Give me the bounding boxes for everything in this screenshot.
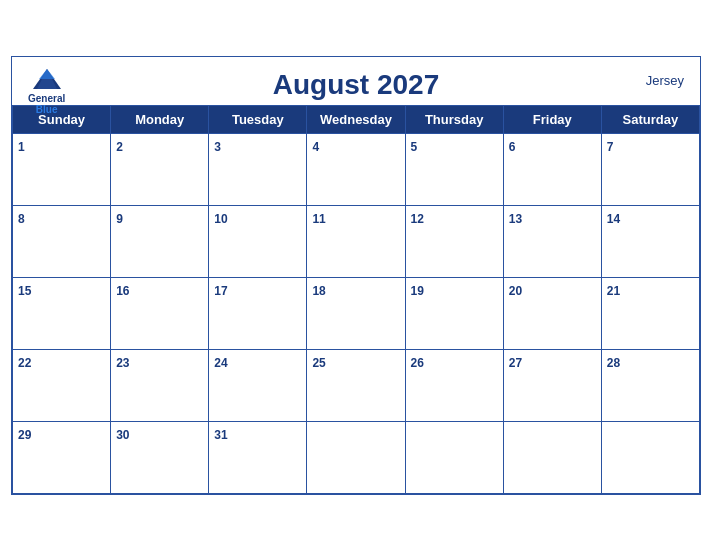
day-number: 24 xyxy=(214,356,227,370)
day-number: 2 xyxy=(116,140,123,154)
calendar-cell: 8 xyxy=(13,205,111,277)
logo-blue-text: Blue xyxy=(36,104,58,115)
day-number: 5 xyxy=(411,140,418,154)
calendar-cell: 20 xyxy=(503,277,601,349)
week-row-2: 891011121314 xyxy=(13,205,700,277)
week-row-1: 1234567 xyxy=(13,133,700,205)
week-row-3: 15161718192021 xyxy=(13,277,700,349)
week-row-4: 22232425262728 xyxy=(13,349,700,421)
weekday-header-friday: Friday xyxy=(503,105,601,133)
day-number: 12 xyxy=(411,212,424,226)
calendar-cell: 28 xyxy=(601,349,699,421)
day-number: 16 xyxy=(116,284,129,298)
calendar-header: General Blue August 2027 Jersey xyxy=(12,57,700,105)
day-number: 9 xyxy=(116,212,123,226)
calendar-cell: 19 xyxy=(405,277,503,349)
calendar-cell: 9 xyxy=(111,205,209,277)
weekday-header-tuesday: Tuesday xyxy=(209,105,307,133)
calendar-cell: 11 xyxy=(307,205,405,277)
day-number: 11 xyxy=(312,212,325,226)
day-number: 4 xyxy=(312,140,319,154)
calendar-cell: 27 xyxy=(503,349,601,421)
day-number: 31 xyxy=(214,428,227,442)
day-number: 22 xyxy=(18,356,31,370)
day-number: 30 xyxy=(116,428,129,442)
day-number: 29 xyxy=(18,428,31,442)
weekday-header-thursday: Thursday xyxy=(405,105,503,133)
calendar-cell: 24 xyxy=(209,349,307,421)
day-number: 6 xyxy=(509,140,516,154)
day-number: 26 xyxy=(411,356,424,370)
day-number: 7 xyxy=(607,140,614,154)
day-number: 15 xyxy=(18,284,31,298)
calendar-cell: 23 xyxy=(111,349,209,421)
calendar-cell xyxy=(307,421,405,493)
calendar-cell: 10 xyxy=(209,205,307,277)
logo-icon xyxy=(29,65,65,93)
day-number: 21 xyxy=(607,284,620,298)
weekday-header-wednesday: Wednesday xyxy=(307,105,405,133)
calendar-cell: 14 xyxy=(601,205,699,277)
calendar: General Blue August 2027 Jersey SundayMo… xyxy=(11,56,701,495)
calendar-table: SundayMondayTuesdayWednesdayThursdayFrid… xyxy=(12,105,700,494)
calendar-cell: 13 xyxy=(503,205,601,277)
day-number: 13 xyxy=(509,212,522,226)
day-number: 28 xyxy=(607,356,620,370)
calendar-cell: 30 xyxy=(111,421,209,493)
day-number: 23 xyxy=(116,356,129,370)
weekday-header-saturday: Saturday xyxy=(601,105,699,133)
day-number: 25 xyxy=(312,356,325,370)
calendar-location: Jersey xyxy=(646,73,684,88)
calendar-cell xyxy=(405,421,503,493)
calendar-cell: 4 xyxy=(307,133,405,205)
day-number: 8 xyxy=(18,212,25,226)
logo: General Blue xyxy=(28,65,65,115)
svg-marker-2 xyxy=(39,69,55,79)
day-number: 17 xyxy=(214,284,227,298)
calendar-cell: 12 xyxy=(405,205,503,277)
day-number: 27 xyxy=(509,356,522,370)
day-number: 14 xyxy=(607,212,620,226)
calendar-cell: 16 xyxy=(111,277,209,349)
calendar-cell: 2 xyxy=(111,133,209,205)
day-number: 19 xyxy=(411,284,424,298)
calendar-cell: 6 xyxy=(503,133,601,205)
calendar-title: August 2027 xyxy=(32,69,680,101)
calendar-cell: 3 xyxy=(209,133,307,205)
day-number: 3 xyxy=(214,140,221,154)
day-number: 10 xyxy=(214,212,227,226)
calendar-cell: 21 xyxy=(601,277,699,349)
calendar-cell: 17 xyxy=(209,277,307,349)
calendar-cell: 25 xyxy=(307,349,405,421)
day-number: 1 xyxy=(18,140,25,154)
calendar-cell: 31 xyxy=(209,421,307,493)
weekday-header-monday: Monday xyxy=(111,105,209,133)
calendar-cell: 7 xyxy=(601,133,699,205)
week-row-5: 293031 xyxy=(13,421,700,493)
calendar-cell xyxy=(503,421,601,493)
weekday-header-row: SundayMondayTuesdayWednesdayThursdayFrid… xyxy=(13,105,700,133)
day-number: 20 xyxy=(509,284,522,298)
calendar-cell: 18 xyxy=(307,277,405,349)
logo-general-text: General xyxy=(28,93,65,104)
calendar-cell: 26 xyxy=(405,349,503,421)
calendar-cell: 1 xyxy=(13,133,111,205)
calendar-cell: 29 xyxy=(13,421,111,493)
calendar-cell xyxy=(601,421,699,493)
calendar-cell: 15 xyxy=(13,277,111,349)
calendar-cell: 5 xyxy=(405,133,503,205)
day-number: 18 xyxy=(312,284,325,298)
calendar-cell: 22 xyxy=(13,349,111,421)
